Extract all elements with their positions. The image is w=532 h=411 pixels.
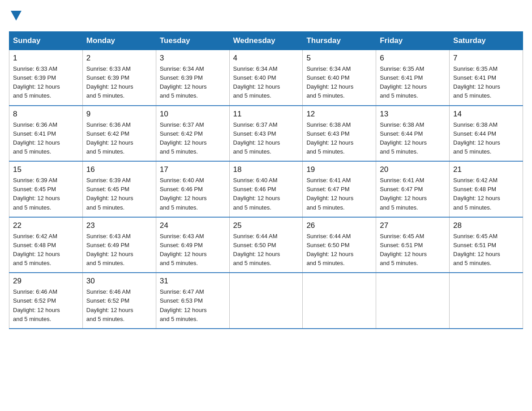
calendar-cell: 16 Sunrise: 6:39 AMSunset: 6:45 PMDaylig… xyxy=(82,161,156,217)
day-number: 17 xyxy=(160,165,226,174)
calendar-cell: 10 Sunrise: 6:37 AMSunset: 6:42 PMDaylig… xyxy=(156,106,229,162)
calendar-cell: 26 Sunrise: 6:44 AMSunset: 6:50 PMDaylig… xyxy=(303,217,376,273)
calendar-week-3: 15 Sunrise: 6:39 AMSunset: 6:45 PMDaylig… xyxy=(9,161,523,217)
day-info: Sunrise: 6:34 AMSunset: 6:39 PMDaylight:… xyxy=(160,65,207,99)
header-wednesday: Wednesday xyxy=(229,32,303,50)
calendar-week-5: 29 Sunrise: 6:46 AMSunset: 6:52 PMDaylig… xyxy=(9,273,523,329)
calendar-table: SundayMondayTuesdayWednesdayThursdayFrid… xyxy=(9,31,523,329)
day-info: Sunrise: 6:33 AMSunset: 6:39 PMDaylight:… xyxy=(13,65,60,99)
day-info: Sunrise: 6:42 AMSunset: 6:48 PMDaylight:… xyxy=(13,233,60,266)
calendar-cell: 3 Sunrise: 6:34 AMSunset: 6:39 PMDayligh… xyxy=(156,50,229,106)
day-number: 20 xyxy=(380,165,446,174)
day-info: Sunrise: 6:33 AMSunset: 6:39 PMDaylight:… xyxy=(86,65,133,99)
day-number: 14 xyxy=(453,110,519,119)
day-number: 4 xyxy=(233,54,299,63)
calendar-cell: 21 Sunrise: 6:42 AMSunset: 6:48 PMDaylig… xyxy=(450,161,523,217)
header-sunday: Sunday xyxy=(9,32,83,50)
calendar-week-4: 22 Sunrise: 6:42 AMSunset: 6:48 PMDaylig… xyxy=(9,217,523,273)
day-info: Sunrise: 6:34 AMSunset: 6:40 PMDaylight:… xyxy=(233,65,280,99)
logo-arrow-icon xyxy=(10,9,22,21)
calendar-cell: 19 Sunrise: 6:41 AMSunset: 6:47 PMDaylig… xyxy=(303,161,376,217)
day-info: Sunrise: 6:35 AMSunset: 6:41 PMDaylight:… xyxy=(380,65,427,99)
day-info: Sunrise: 6:46 AMSunset: 6:52 PMDaylight:… xyxy=(13,288,60,322)
day-info: Sunrise: 6:35 AMSunset: 6:41 PMDaylight:… xyxy=(453,65,500,99)
day-info: Sunrise: 6:38 AMSunset: 6:44 PMDaylight:… xyxy=(380,121,427,155)
header-thursday: Thursday xyxy=(303,32,376,50)
calendar-cell: 23 Sunrise: 6:43 AMSunset: 6:49 PMDaylig… xyxy=(82,217,156,273)
day-number: 25 xyxy=(233,221,299,230)
header-monday: Monday xyxy=(82,32,156,50)
calendar-week-1: 1 Sunrise: 6:33 AMSunset: 6:39 PMDayligh… xyxy=(9,50,523,106)
day-number: 23 xyxy=(86,221,152,230)
day-info: Sunrise: 6:37 AMSunset: 6:43 PMDaylight:… xyxy=(233,121,280,155)
calendar-cell: 2 Sunrise: 6:33 AMSunset: 6:39 PMDayligh… xyxy=(82,50,156,106)
day-info: Sunrise: 6:43 AMSunset: 6:49 PMDaylight:… xyxy=(160,233,207,266)
day-number: 27 xyxy=(380,221,446,230)
calendar-cell: 18 Sunrise: 6:40 AMSunset: 6:46 PMDaylig… xyxy=(229,161,303,217)
day-number: 31 xyxy=(160,277,226,286)
svg-marker-0 xyxy=(11,11,21,21)
day-number: 8 xyxy=(13,110,79,119)
header-friday: Friday xyxy=(376,32,450,50)
calendar-cell: 15 Sunrise: 6:39 AMSunset: 6:45 PMDaylig… xyxy=(9,161,83,217)
day-number: 18 xyxy=(233,165,299,174)
day-number: 5 xyxy=(306,54,372,63)
calendar-cell: 14 Sunrise: 6:38 AMSunset: 6:44 PMDaylig… xyxy=(450,106,523,162)
calendar-cell: 29 Sunrise: 6:46 AMSunset: 6:52 PMDaylig… xyxy=(9,273,83,329)
day-info: Sunrise: 6:38 AMSunset: 6:44 PMDaylight:… xyxy=(453,121,500,155)
day-info: Sunrise: 6:44 AMSunset: 6:50 PMDaylight:… xyxy=(233,233,280,266)
day-number: 2 xyxy=(86,54,152,63)
day-number: 10 xyxy=(160,110,226,119)
calendar-cell: 25 Sunrise: 6:44 AMSunset: 6:50 PMDaylig… xyxy=(229,217,303,273)
day-info: Sunrise: 6:41 AMSunset: 6:47 PMDaylight:… xyxy=(306,177,353,210)
day-info: Sunrise: 6:44 AMSunset: 6:50 PMDaylight:… xyxy=(306,233,353,266)
calendar-cell: 9 Sunrise: 6:36 AMSunset: 6:42 PMDayligh… xyxy=(82,106,156,162)
calendar-cell: 7 Sunrise: 6:35 AMSunset: 6:41 PMDayligh… xyxy=(450,50,523,106)
day-number: 12 xyxy=(306,110,372,119)
calendar-cell: 17 Sunrise: 6:40 AMSunset: 6:46 PMDaylig… xyxy=(156,161,229,217)
page-header xyxy=(9,9,523,22)
calendar-cell: 6 Sunrise: 6:35 AMSunset: 6:41 PMDayligh… xyxy=(376,50,450,106)
day-number: 28 xyxy=(453,221,519,230)
day-number: 30 xyxy=(86,277,152,286)
day-info: Sunrise: 6:40 AMSunset: 6:46 PMDaylight:… xyxy=(233,177,280,210)
day-number: 1 xyxy=(13,54,79,63)
day-number: 24 xyxy=(160,221,226,230)
day-number: 13 xyxy=(380,110,446,119)
calendar-cell: 24 Sunrise: 6:43 AMSunset: 6:49 PMDaylig… xyxy=(156,217,229,273)
day-info: Sunrise: 6:37 AMSunset: 6:42 PMDaylight:… xyxy=(160,121,207,155)
day-info: Sunrise: 6:40 AMSunset: 6:46 PMDaylight:… xyxy=(160,177,207,210)
logo xyxy=(9,9,22,22)
day-info: Sunrise: 6:42 AMSunset: 6:48 PMDaylight:… xyxy=(453,177,500,210)
calendar-cell: 22 Sunrise: 6:42 AMSunset: 6:48 PMDaylig… xyxy=(9,217,83,273)
calendar-cell: 27 Sunrise: 6:45 AMSunset: 6:51 PMDaylig… xyxy=(376,217,450,273)
day-number: 9 xyxy=(86,110,152,119)
calendar-cell: 5 Sunrise: 6:34 AMSunset: 6:40 PMDayligh… xyxy=(303,50,376,106)
day-info: Sunrise: 6:41 AMSunset: 6:47 PMDaylight:… xyxy=(380,177,427,210)
calendar-cell xyxy=(303,273,376,329)
calendar-week-2: 8 Sunrise: 6:36 AMSunset: 6:41 PMDayligh… xyxy=(9,106,523,162)
calendar-cell: 30 Sunrise: 6:46 AMSunset: 6:52 PMDaylig… xyxy=(82,273,156,329)
day-number: 21 xyxy=(453,165,519,174)
day-info: Sunrise: 6:46 AMSunset: 6:52 PMDaylight:… xyxy=(86,288,133,322)
calendar-cell: 1 Sunrise: 6:33 AMSunset: 6:39 PMDayligh… xyxy=(9,50,83,106)
calendar-cell: 8 Sunrise: 6:36 AMSunset: 6:41 PMDayligh… xyxy=(9,106,83,162)
day-info: Sunrise: 6:47 AMSunset: 6:53 PMDaylight:… xyxy=(160,288,207,322)
day-number: 11 xyxy=(233,110,299,119)
day-info: Sunrise: 6:36 AMSunset: 6:41 PMDaylight:… xyxy=(13,121,60,155)
day-info: Sunrise: 6:36 AMSunset: 6:42 PMDaylight:… xyxy=(86,121,133,155)
calendar-cell: 20 Sunrise: 6:41 AMSunset: 6:47 PMDaylig… xyxy=(376,161,450,217)
calendar-cell: 28 Sunrise: 6:45 AMSunset: 6:51 PMDaylig… xyxy=(450,217,523,273)
day-number: 22 xyxy=(13,221,79,230)
day-info: Sunrise: 6:34 AMSunset: 6:40 PMDaylight:… xyxy=(306,65,353,99)
calendar-cell xyxy=(376,273,450,329)
day-info: Sunrise: 6:45 AMSunset: 6:51 PMDaylight:… xyxy=(380,233,427,266)
day-number: 6 xyxy=(380,54,446,63)
calendar-cell xyxy=(450,273,523,329)
day-info: Sunrise: 6:39 AMSunset: 6:45 PMDaylight:… xyxy=(13,177,60,210)
calendar-header-row: SundayMondayTuesdayWednesdayThursdayFrid… xyxy=(9,32,523,50)
header-tuesday: Tuesday xyxy=(156,32,229,50)
day-number: 26 xyxy=(306,221,372,230)
calendar-cell: 13 Sunrise: 6:38 AMSunset: 6:44 PMDaylig… xyxy=(376,106,450,162)
day-info: Sunrise: 6:39 AMSunset: 6:45 PMDaylight:… xyxy=(86,177,133,210)
